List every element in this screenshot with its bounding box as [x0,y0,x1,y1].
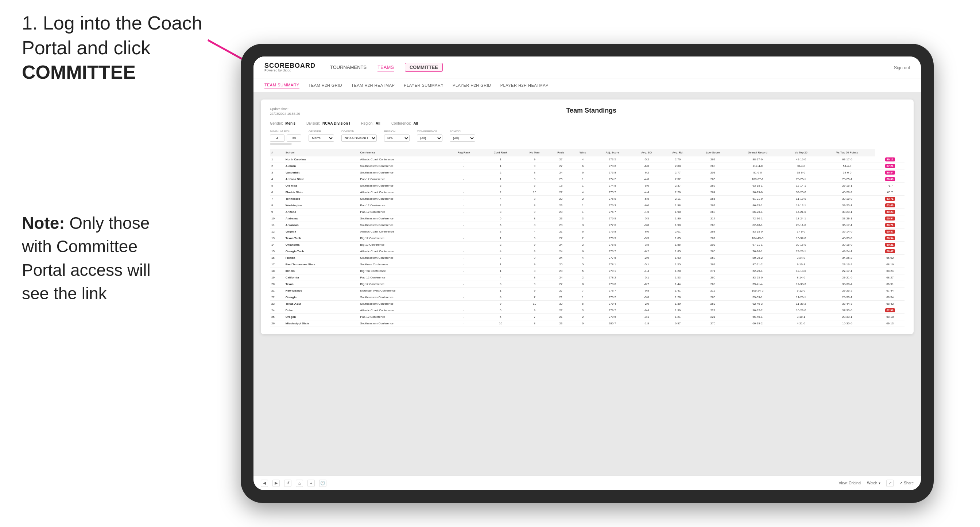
cell-adj-score: 276.7 [593,209,631,215]
cell-rank: 6 [270,189,284,196]
cell-vs25: 40-33-3 [819,235,875,241]
region-label: Region: [361,121,374,125]
cell-avg-rd: 270 [694,321,732,327]
cell-pts: 60.94 [875,215,905,222]
min-rounds-max-input[interactable] [287,135,301,142]
cell-no-tour: 9 [519,209,550,215]
sub-nav-team-summary[interactable]: TEAM SUMMARY [264,81,299,89]
cell-no-tour: 9 [519,287,550,294]
cell-vs25: 33-44-3 [819,301,875,307]
cell-reg-rank: - [446,307,481,314]
conference-label: Conference: [391,121,411,125]
cell-school: California [284,275,359,281]
share-button[interactable]: ↗ Share [899,481,914,485]
scoreboard-logo: SCOREBOARD Powered by clippd [264,62,315,72]
nav-committee[interactable]: COMMITTEE [405,63,443,72]
toolbar-home-icon[interactable]: ⌂ [296,479,303,487]
cell-no-tour: 9 [519,255,550,261]
cell-overall: 17-33-3 [783,281,819,287]
division-select[interactable]: NCAA Division I NCAA Division II [341,135,377,142]
school-select[interactable]: (All) [450,135,475,142]
sub-nav-player-summary[interactable]: PLAYER SUMMARY [404,82,444,89]
cell-adj-score: 277.5 [593,255,631,261]
cell-avg-rd: 203 [694,170,732,176]
cell-sg: 0.97 [662,321,694,327]
cell-school: Washington [284,202,359,209]
nav-tournaments[interactable]: TOURNAMENTS [330,63,366,71]
toolbar-expand-icon[interactable]: ⤢ [886,479,894,487]
cell-rank: 18 [270,268,284,275]
cell-rank: 1 [270,156,284,163]
cell-conf-rank: 3 [481,183,519,189]
cell-sg: 1.28 [662,268,694,275]
cell-overall: 10-23-0 [783,307,819,314]
sign-out-link[interactable]: Sign out [894,65,910,70]
sub-nav-player-h2h-grid[interactable]: PLAYER H2H GRID [453,82,491,89]
region-select[interactable]: N/A All [384,135,410,142]
cell-rank: 12 [270,229,284,235]
cell-conf-rank: 5 [481,314,519,321]
region-control: Region N/A All [384,130,410,142]
cell-pts: 60.23 [875,209,905,215]
cell-pts: 60.71 [875,222,905,229]
nav-teams[interactable]: TEAMS [377,63,394,71]
cell-pts: 62.98 [875,307,905,314]
table-row: 21 New Mexico Mountain West Conference -… [270,287,905,294]
update-section: Update time: 27/03/2024 16:56:26 Team St… [270,107,905,116]
cell-conference: Big 12 Conference [359,235,446,241]
cell-sg: 1.85 [662,241,694,248]
cell-avg-rd: 269 [694,281,732,287]
toolbar-refresh-icon[interactable]: ↺ [284,479,291,487]
cell-wins: 6 [572,170,593,176]
rounds-slider[interactable] [270,143,292,145]
cell-school: Ole Miss [284,183,359,189]
cell-sg: 1.63 [662,255,694,261]
gender-value: Men's [285,121,296,125]
toolbar-back-icon[interactable]: ◀ [261,479,268,487]
cell-low-score: 59-39-1 [732,294,783,301]
min-rounds-inputs [270,135,301,142]
toolbar-plus-icon[interactable]: + [307,479,315,487]
cell-avg-rd: 265 [694,196,732,202]
sub-nav-player-h2h-heatmap[interactable]: PLAYER H2H HEATMAP [500,82,549,89]
cell-adj-score: 278.2 [593,275,631,281]
cell-low-score: 104-43-3 [732,235,783,241]
cell-sg: 2.70 [662,156,694,163]
sub-nav-team-h2h-grid[interactable]: TEAM H2H GRID [309,82,342,89]
cell-conference: Southeastern Conference [359,301,446,307]
table-row: 20 Texas Big 12 Conference - 3 9 27 8 27… [270,281,905,287]
cell-overall: 30-15-0 [783,241,819,248]
view-original-button[interactable]: View: Original [839,481,861,485]
cell-vs25: 39-20-1 [819,202,875,209]
cell-no-tour: 9 [519,176,550,183]
tablet-frame: SCOREBOARD Powered by clippd TOURNAMENTS… [241,44,934,503]
cell-conf-rank: 1 [481,235,519,241]
conference-select[interactable]: (All) [417,135,442,142]
cell-conference: Atlantic Coast Conference [359,189,446,196]
toolbar-forward-icon[interactable]: ▶ [272,479,280,487]
cell-school: Georgia Tech [284,248,359,255]
share-label: Share [904,481,914,485]
sub-nav-team-h2h-heatmap[interactable]: TEAM H2H HEATMAP [351,82,395,89]
cell-low-score: 82-18-1 [732,222,783,229]
cell-no-tour: 9 [519,281,550,287]
cell-vs25: 39-23-1 [819,209,875,215]
cell-sg: 1.39 [662,307,694,314]
cell-school: Texas A&M [284,301,359,307]
cell-conference: Big 12 Conference [359,241,446,248]
cell-overall: 23-23-1 [783,248,819,255]
cell-overall: 23-11-0 [783,222,819,229]
cell-avg-rd: 209 [694,241,732,248]
toolbar-clock-icon[interactable]: 🕐 [319,479,326,487]
cell-overall: 11-38-2 [783,301,819,307]
cell-conf-rank: 8 [481,294,519,301]
cell-low-score: 87-21-2 [732,261,783,268]
cell-pts: 89.11 [875,156,905,163]
app-header: SCOREBOARD Powered by clippd TOURNAMENTS… [253,57,921,78]
cell-rank: 13 [270,235,284,241]
table-row: 3 Vanderbilt Southeastern Conference - 2… [270,170,905,176]
watch-button[interactable]: Watch ▾ [867,481,880,485]
gender-select[interactable]: Men's Women's [309,135,334,142]
min-rounds-min-input[interactable] [270,135,285,142]
col-conf-rank: Conf Rank [481,149,519,156]
